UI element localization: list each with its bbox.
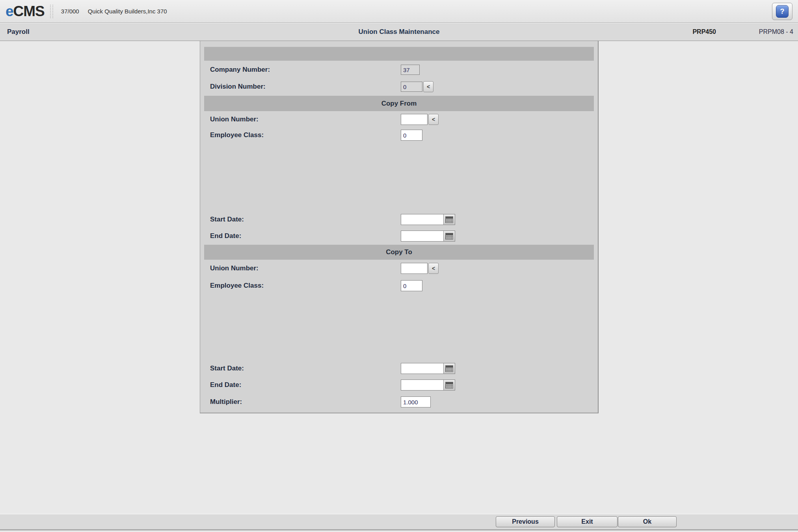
copy-from-start-date-row: Start Date:: [200, 214, 598, 225]
copy-to-end-date-calendar-button[interactable]: [443, 380, 455, 390]
form-panel: Company Number: Division Number: < Copy …: [200, 41, 599, 413]
copy-to-employee-class-input[interactable]: [401, 280, 422, 291]
copy-from-employee-class-row: Employee Class:: [200, 130, 598, 141]
company-number-row: Company Number:: [200, 65, 598, 75]
copy-from-union-number-row: Union Number: <: [200, 114, 598, 125]
union-number-label: Union Number:: [210, 115, 259, 123]
lookup-chevron-icon: <: [432, 116, 435, 123]
employee-class-label: Employee Class:: [210, 131, 264, 139]
help-button[interactable]: ?: [772, 3, 792, 20]
logo-letters-cms: CMS: [13, 3, 45, 19]
union-number-label: Union Number:: [210, 264, 259, 272]
calendar-icon: [445, 382, 453, 389]
company-number-label: Company Number:: [210, 66, 270, 74]
calendar-icon: [445, 216, 453, 223]
module-name: Payroll: [7, 23, 30, 41]
copy-from-start-date-calendar-button[interactable]: [443, 214, 455, 225]
copy-to-start-date-row: Start Date:: [200, 363, 598, 374]
division-number-lookup-button[interactable]: <: [423, 81, 433, 92]
copy-to-union-number-input[interactable]: [401, 263, 428, 274]
logo-separator: [50, 5, 53, 18]
division-number-input[interactable]: [401, 82, 422, 92]
division-number-row: Division Number: <: [200, 81, 598, 92]
end-date-label: End Date:: [210, 381, 241, 389]
page-title: Union Class Maintenance: [359, 23, 440, 41]
copy-from-section-header: Copy From: [204, 96, 594, 111]
copy-from-start-date-input[interactable]: [401, 214, 443, 225]
calendar-icon: [445, 233, 453, 240]
employee-class-label: Employee Class:: [210, 282, 264, 290]
copy-from-union-lookup-button[interactable]: <: [428, 114, 439, 125]
section-band-top: [204, 47, 594, 61]
help-icon: ?: [776, 5, 789, 18]
start-date-label: Start Date:: [210, 365, 244, 372]
logo-letter-e: e: [6, 3, 13, 19]
copy-from-end-date-field: [401, 231, 455, 242]
copy-from-union-number-input[interactable]: [401, 114, 428, 125]
copy-to-union-lookup-button[interactable]: <: [428, 263, 439, 274]
copy-to-end-date-field: [401, 379, 455, 391]
copy-from-start-date-field: [401, 214, 455, 225]
footer-bar: [0, 514, 798, 530]
company-division-code: 37/000: [61, 8, 79, 15]
multiplier-label: Multiplier:: [210, 398, 242, 406]
copy-to-start-date-input[interactable]: [401, 363, 443, 374]
exit-button[interactable]: Exit: [557, 516, 618, 527]
division-number-label: Division Number:: [210, 83, 266, 91]
copy-to-union-number-row: Union Number: <: [200, 263, 598, 274]
copy-to-end-date-row: End Date:: [200, 379, 598, 391]
title-bar: Payroll Union Class Maintenance PRP450 P…: [0, 23, 798, 41]
copy-from-end-date-input[interactable]: [401, 231, 443, 241]
copy-to-start-date-calendar-button[interactable]: [443, 363, 455, 374]
program-code: PRP450: [692, 23, 716, 41]
copy-to-start-date-field: [401, 363, 455, 374]
copy-from-end-date-row: End Date:: [200, 231, 598, 242]
lookup-chevron-icon: <: [432, 265, 435, 272]
lookup-chevron-icon: <: [427, 84, 430, 90]
calendar-icon: [445, 365, 453, 372]
multiplier-input[interactable]: [401, 396, 431, 407]
start-date-label: Start Date:: [210, 216, 244, 223]
ok-button[interactable]: Ok: [618, 516, 677, 527]
ecms-app-window: eCMS 37/000 Quick Quality Builders,Inc 3…: [0, 0, 798, 532]
copy-from-end-date-calendar-button[interactable]: [443, 231, 455, 241]
copy-to-section-header: Copy To: [204, 245, 594, 260]
top-header-bar: eCMS 37/000 Quick Quality Builders,Inc 3…: [0, 0, 798, 23]
multiplier-row: Multiplier:: [200, 396, 598, 407]
screen-id: PRPM08 - 4: [759, 23, 793, 41]
copy-to-employee-class-row: Employee Class:: [200, 280, 598, 291]
company-name: Quick Quality Builders,Inc 370: [88, 8, 167, 15]
copy-to-end-date-input[interactable]: [401, 380, 443, 390]
end-date-label: End Date:: [210, 232, 241, 240]
previous-button[interactable]: Previous: [496, 516, 555, 527]
company-number-input[interactable]: [401, 65, 420, 75]
copy-from-employee-class-input[interactable]: [401, 130, 422, 141]
ecms-logo: eCMS: [6, 4, 45, 19]
